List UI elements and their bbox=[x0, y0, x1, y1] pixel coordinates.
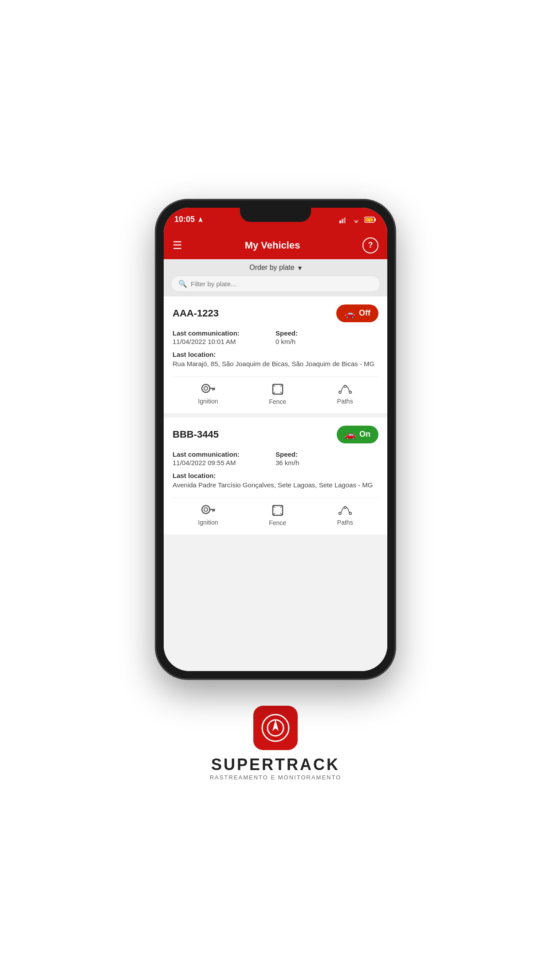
order-by-label: Order by plate bbox=[249, 264, 294, 272]
last-loc-label: Last location: bbox=[173, 351, 378, 358]
speed-block: Speed: 0 km/h bbox=[276, 329, 378, 345]
status-label: Off bbox=[359, 308, 370, 318]
phone-inner: 10:05 bbox=[164, 208, 387, 671]
status-bar: 10:05 bbox=[164, 208, 387, 232]
vehicle-header: AAA-1223 🚗 Off bbox=[173, 304, 378, 322]
ignition-button[interactable]: Ignition bbox=[198, 505, 218, 526]
speed-block: Speed: 36 km/h bbox=[276, 450, 378, 466]
speed-value: 0 km/h bbox=[276, 338, 378, 345]
notch bbox=[240, 208, 311, 222]
last-comm-block: Last communication: 11/04/2022 10:01 AM bbox=[173, 329, 276, 345]
location-arrow-icon bbox=[197, 217, 204, 223]
fence-label: Fence bbox=[269, 398, 286, 405]
status-label: On bbox=[359, 430, 370, 439]
vehicle-plate: BBB-3445 bbox=[173, 429, 219, 440]
last-loc-value: Avenida Padre Tarcísio Gonçalves, Sete L… bbox=[173, 480, 378, 490]
svg-rect-4 bbox=[374, 218, 376, 221]
ignition-label: Ignition bbox=[198, 519, 218, 526]
last-loc-label: Last location: bbox=[173, 472, 378, 479]
vehicle-info: Last communication: 11/04/2022 09:55 AM … bbox=[173, 450, 378, 466]
status-badge: 🚗 Off bbox=[336, 304, 378, 322]
paths-icon bbox=[338, 505, 352, 516]
battery-icon: ⚡ bbox=[364, 216, 377, 223]
last-location-block: Last location: Avenida Padre Tarcísio Go… bbox=[173, 472, 378, 490]
fence-button[interactable]: Fence bbox=[269, 504, 286, 526]
speed-value: 36 km/h bbox=[276, 459, 378, 466]
ignition-label: Ignition bbox=[198, 398, 218, 405]
ignition-button[interactable]: Ignition bbox=[198, 383, 218, 405]
last-comm-value: 11/04/2022 10:01 AM bbox=[173, 338, 276, 345]
vehicle-plate: AAA-1223 bbox=[173, 308, 219, 319]
wifi-icon bbox=[352, 216, 361, 223]
status-badge: 🚗 On bbox=[337, 426, 378, 443]
signal-icon bbox=[339, 216, 348, 223]
vehicle-info: Last communication: 11/04/2022 10:01 AM … bbox=[173, 329, 378, 345]
vehicle-card: AAA-1223 🚗 Off Last communication: 11/04… bbox=[164, 296, 387, 413]
vehicle-list: AAA-1223 🚗 Off Last communication: 11/04… bbox=[164, 296, 387, 671]
svg-point-7 bbox=[202, 384, 210, 392]
page-wrapper: 10:05 bbox=[0, 0, 551, 980]
speed-label: Speed: bbox=[276, 450, 378, 458]
svg-rect-2 bbox=[344, 217, 346, 223]
status-bar-time: 10:05 bbox=[174, 215, 204, 224]
fence-icon bbox=[272, 383, 284, 395]
key-icon bbox=[201, 383, 215, 395]
paths-button[interactable]: Paths bbox=[337, 505, 353, 526]
logo-icon bbox=[253, 706, 298, 750]
action-row: Ignition Fence bbox=[173, 498, 378, 526]
last-location-block: Last location: Rua Marajó, 85, São Joaqu… bbox=[173, 351, 378, 368]
page-title: My Vehicles bbox=[245, 240, 300, 251]
phone-shell: 10:05 bbox=[156, 200, 395, 679]
menu-icon[interactable]: ☰ bbox=[173, 239, 182, 252]
svg-point-21 bbox=[204, 508, 208, 511]
paths-button[interactable]: Paths bbox=[337, 383, 353, 405]
car-icon: 🚗 bbox=[344, 308, 355, 319]
svg-rect-1 bbox=[342, 219, 343, 223]
vehicle-card: BBB-3445 🚗 On Last communication: 11/04/… bbox=[164, 418, 387, 534]
last-comm-label: Last communication: bbox=[173, 450, 276, 458]
brand-sub: RASTREAMENTO E MONITORAMENTO bbox=[210, 774, 342, 781]
nav-bar: ☰ My Vehicles ? bbox=[164, 232, 387, 259]
action-row: Ignition Fence bbox=[173, 376, 378, 405]
bottom-logo: SUPERTRACK RASTREAMENTO E MONITORAMENTO bbox=[210, 706, 342, 781]
filter-bar: Order by plate ▾ 🔍 bbox=[164, 259, 387, 296]
svg-text:⚡: ⚡ bbox=[367, 218, 372, 223]
last-comm-block: Last communication: 11/04/2022 09:55 AM bbox=[173, 450, 276, 466]
fence-button[interactable]: Fence bbox=[269, 383, 286, 405]
key-icon bbox=[201, 505, 215, 516]
brand-name: SUPERTRACK bbox=[211, 755, 340, 774]
search-input[interactable] bbox=[191, 280, 373, 288]
paths-icon bbox=[338, 383, 352, 395]
search-box: 🔍 bbox=[171, 276, 380, 292]
help-button[interactable]: ? bbox=[362, 237, 378, 253]
speed-label: Speed: bbox=[276, 329, 378, 337]
fence-icon bbox=[272, 504, 284, 517]
search-icon: 🔍 bbox=[178, 280, 187, 288]
car-icon: 🚗 bbox=[345, 429, 356, 440]
logo-text: SUPERTRACK RASTREAMENTO E MONITORAMENTO bbox=[210, 755, 342, 781]
order-by-button[interactable]: Order by plate ▾ bbox=[171, 264, 380, 272]
last-comm-label: Last communication: bbox=[173, 329, 276, 337]
last-comm-value: 11/04/2022 09:55 AM bbox=[173, 459, 276, 466]
paths-label: Paths bbox=[337, 398, 353, 405]
vehicle-header: BBB-3445 🚗 On bbox=[173, 426, 378, 443]
svg-point-8 bbox=[204, 387, 208, 390]
svg-point-20 bbox=[202, 506, 210, 514]
paths-label: Paths bbox=[337, 519, 353, 526]
supertrack-logo-svg bbox=[260, 712, 291, 743]
status-icons: ⚡ bbox=[339, 216, 377, 223]
svg-rect-0 bbox=[339, 221, 341, 223]
time-label: 10:05 bbox=[174, 215, 195, 224]
last-loc-value: Rua Marajó, 85, São Joaquim de Bicas, Sã… bbox=[173, 359, 378, 368]
chevron-down-icon: ▾ bbox=[298, 264, 302, 272]
fence-label: Fence bbox=[269, 519, 286, 526]
